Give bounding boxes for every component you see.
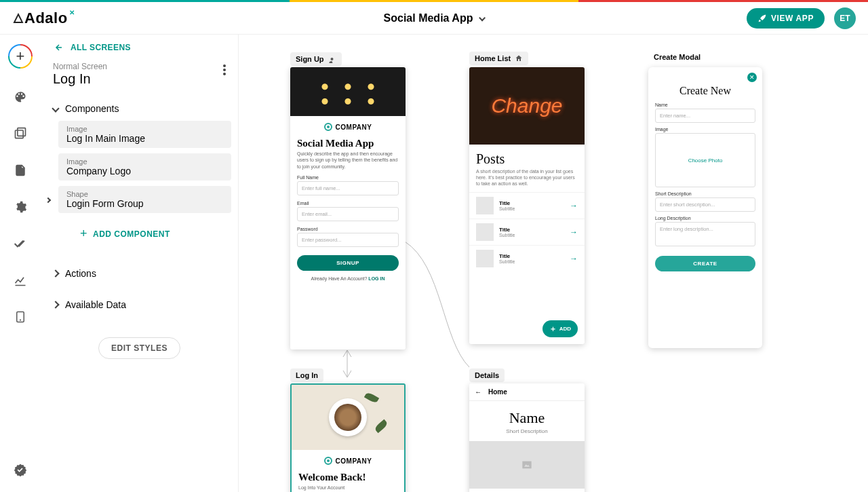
more-menu[interactable] xyxy=(223,62,226,75)
list-item[interactable]: TitleSubtitle→ xyxy=(469,192,585,219)
chevron-right-icon xyxy=(45,197,51,203)
image-icon xyxy=(520,459,534,470)
field-label: Long Description xyxy=(655,216,755,221)
long-desc-input[interactable]: Enter long description... xyxy=(655,222,755,246)
topbar-right: VIEW APP ET xyxy=(747,7,856,29)
screen-create-modal[interactable]: ✕ Create New Name Enter name... Image Ch… xyxy=(648,67,762,348)
add-component-button[interactable]: + ADD COMPONENT xyxy=(72,219,231,249)
posts-description: A short description of the data in your … xyxy=(469,168,585,192)
component-type: Image xyxy=(66,125,223,133)
close-icon: ✕ xyxy=(749,74,755,81)
row-subtitle: Subtitle xyxy=(499,206,564,211)
component-item[interactable]: Shape Login Form Group xyxy=(58,186,231,213)
thumbnail xyxy=(476,197,494,214)
password-input[interactable]: Enter password... xyxy=(297,233,399,247)
logo[interactable]: Adalo✕ xyxy=(12,10,73,27)
row-title: Title xyxy=(499,253,564,259)
name-input[interactable]: Enter name... xyxy=(655,109,755,123)
side-panel: ALL SCREENS Normal Screen Log In Compone… xyxy=(41,35,239,492)
component-item[interactable]: Image Log In Main Image xyxy=(58,121,231,148)
create-button[interactable]: CREATE xyxy=(655,256,755,271)
topbar: Adalo✕ Social Media App VIEW APP ET xyxy=(0,2,868,35)
canvas[interactable]: Sign Up COMPANY Social Media App Quickly… xyxy=(239,35,868,492)
screen-home[interactable]: Change Posts A short description of the … xyxy=(469,67,585,344)
avatar[interactable]: ET xyxy=(834,7,856,29)
create-heading: Create New xyxy=(655,85,755,97)
edit-styles-button[interactable]: EDIT STYLES xyxy=(98,337,180,359)
database-icon[interactable] xyxy=(12,162,28,178)
login-heading: Welcome Back! xyxy=(298,472,397,483)
component-name: Login Form Group xyxy=(66,198,223,209)
chevron-down-icon xyxy=(479,15,486,22)
row-subtitle: Subtitle xyxy=(499,259,564,264)
arrow-right-icon: → xyxy=(570,254,578,263)
panel-header: Normal Screen Log In xyxy=(41,56,238,96)
back-arrow-icon[interactable]: ← xyxy=(475,388,481,396)
list-item[interactable]: TitleSubtitle→ xyxy=(469,219,585,245)
home-hero-image: Change xyxy=(469,67,585,145)
email-input[interactable]: Enter email... xyxy=(297,207,399,221)
short-desc-input[interactable]: Enter short description... xyxy=(655,197,755,212)
signup-hero-image xyxy=(290,67,406,116)
fullname-input[interactable]: Enter full name... xyxy=(297,181,399,195)
thumbnail xyxy=(476,250,494,267)
hero-text: Change xyxy=(491,94,562,117)
field-label: Full Name xyxy=(297,175,399,180)
add-label: ADD xyxy=(559,326,571,332)
screen-signup[interactable]: COMPANY Social Media App Quickly describ… xyxy=(290,67,406,349)
posts-heading: Posts xyxy=(469,145,585,168)
list-item[interactable]: TitleSubtitle→ xyxy=(469,245,585,271)
components-section-toggle[interactable]: Components xyxy=(41,96,238,121)
signup-heading: Social Media App xyxy=(297,138,399,149)
verified-icon[interactable] xyxy=(12,462,28,478)
all-screens-link[interactable]: ALL SCREENS xyxy=(41,35,238,56)
component-type: Shape xyxy=(66,190,223,198)
available-data-section-toggle[interactable]: Available Data xyxy=(41,292,238,317)
details-image-placeholder xyxy=(469,441,585,489)
signup-footer[interactable]: Already Have An Account? LOG IN xyxy=(297,276,399,281)
settings-icon[interactable] xyxy=(12,199,28,215)
view-app-button[interactable]: VIEW APP xyxy=(747,8,825,29)
back-label[interactable]: Home xyxy=(488,388,507,396)
screen-label-create[interactable]: Create Modal xyxy=(648,50,706,64)
view-app-label: VIEW APP xyxy=(771,14,814,23)
devices-icon[interactable] xyxy=(12,309,28,325)
chevron-right-icon xyxy=(52,269,59,277)
connector-line xyxy=(340,350,354,377)
screen-title: Log In xyxy=(53,71,107,87)
icon-rail: + xyxy=(0,35,41,492)
svg-rect-4 xyxy=(522,461,531,469)
screen-label-details[interactable]: Details xyxy=(469,368,505,382)
image-picker[interactable]: Choose Photo xyxy=(655,133,755,187)
component-item[interactable]: Image Company Logo xyxy=(58,153,231,181)
add-button[interactable]: ＋ADD xyxy=(542,320,578,337)
screen-label-text: Details xyxy=(475,371,499,379)
close-button[interactable]: ✕ xyxy=(747,73,757,82)
screen-details[interactable]: ← Home Name Short Description xyxy=(469,383,585,492)
screen-label-text: Create Modal xyxy=(654,53,701,61)
login-sub: Log Into Your Account xyxy=(298,485,397,491)
screens-icon[interactable] xyxy=(12,126,28,142)
check-all-icon[interactable] xyxy=(12,235,28,252)
signup-button[interactable]: SIGNUP xyxy=(297,255,399,271)
component-name: Company Logo xyxy=(66,166,223,176)
app-title-dropdown[interactable]: Social Media App xyxy=(384,12,485,24)
signup-icon xyxy=(328,55,336,63)
component-type: Image xyxy=(66,157,223,166)
analytics-icon[interactable] xyxy=(12,272,28,288)
login-hero-image xyxy=(292,385,404,450)
plus-icon: ＋ xyxy=(549,324,557,334)
add-button[interactable]: + xyxy=(8,44,33,69)
screen-label-login[interactable]: Log In xyxy=(290,368,323,382)
actions-section-toggle[interactable]: Actions xyxy=(41,261,238,286)
all-screens-label: ALL SCREENS xyxy=(71,43,131,52)
screen-login[interactable]: COMPANY Welcome Back! Log Into Your Acco… xyxy=(290,383,406,492)
thumbnail xyxy=(476,223,494,241)
svg-rect-0 xyxy=(16,130,24,138)
screen-label-signup[interactable]: Sign Up xyxy=(290,52,342,66)
details-sub: Short Description xyxy=(469,428,585,434)
plus-icon: + xyxy=(9,45,31,67)
details-heading: Name xyxy=(469,409,585,427)
palette-icon[interactable] xyxy=(12,89,28,105)
screen-label-home[interactable]: Home List xyxy=(469,52,528,65)
